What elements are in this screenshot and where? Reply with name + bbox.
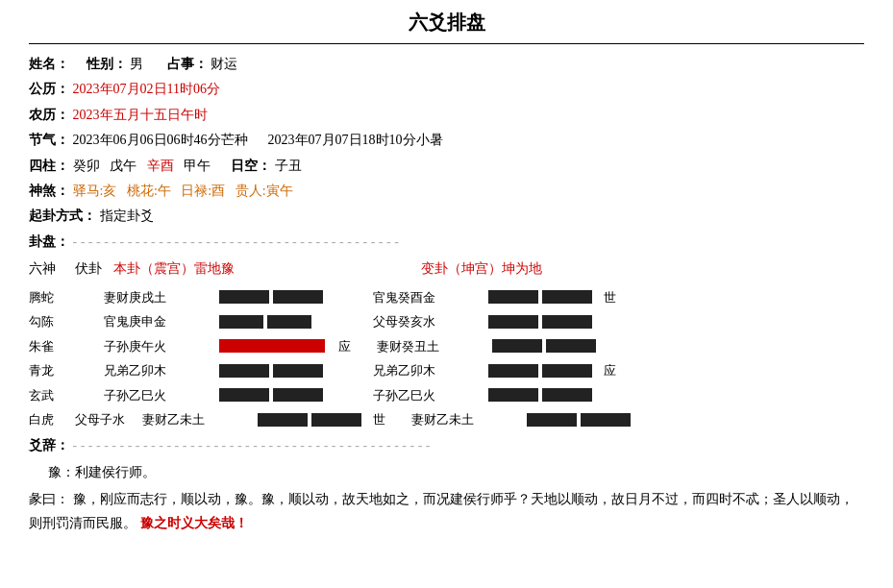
bar1b [273, 290, 323, 304]
bbar6a [527, 413, 577, 427]
bbar5b [542, 388, 592, 402]
info-shenhao: 神煞： 驿马:亥 桃花:午 日禄:酉 贵人:寅午 [29, 181, 864, 202]
bar6b [311, 413, 361, 427]
bbar3a [492, 339, 542, 353]
yao-row-3: 朱雀 子孙庚午火 应 妻财癸丑土 [29, 337, 864, 356]
gua-section: 六神 伏卦 本卦（震宫）雷地豫 变卦（坤宫）坤为地 腾蛇 妻财庚戌土 官鬼癸酉金… [29, 258, 864, 429]
info-xingming: 姓名： 性别： 男 占事： 财运 [29, 54, 864, 75]
info-gongli: 公历： 2023年07月02日11时06分 [29, 79, 864, 100]
bar3a [219, 339, 325, 353]
bbar1b [542, 290, 592, 304]
bar4a [219, 364, 269, 378]
info-qigua: 起卦方式： 指定卦爻 [29, 206, 864, 227]
bbar3b [546, 339, 596, 353]
bar2b [267, 315, 311, 329]
bar5a [219, 388, 269, 402]
yao-row-6: 白虎 父母子水 妻财乙未土 世 妻财乙未土 [29, 410, 864, 429]
bar4b [273, 364, 323, 378]
gua-header-row: 六神 伏卦 本卦（震宫）雷地豫 变卦（坤宫）坤为地 [29, 258, 864, 280]
bbar5a [488, 388, 538, 402]
info-sizhu: 四柱： 癸卯 戊午 辛酉 甲午 日空： 子丑 [29, 156, 864, 177]
jiaoci-label-line: 爻辞： - - - - - - - - - - - - - - - - - - … [29, 435, 864, 456]
yao-row-1: 腾蛇 妻财庚戌土 官鬼癸酉金 世 [29, 288, 864, 307]
bbar2b [542, 315, 592, 329]
info-nongli: 农历： 2023年五月十五日午时 [29, 105, 864, 126]
yao-row-5: 玄武 子孙乙巳火 子孙乙巳火 [29, 386, 864, 405]
yao-row-2: 勾陈 官鬼庚申金 父母癸亥水 [29, 312, 864, 331]
page-title: 六爻排盘 [29, 10, 864, 36]
title-divider [29, 43, 864, 44]
bbar4a [488, 364, 538, 378]
bbar2a [488, 315, 538, 329]
jiaoci-zhu: 豫：利建侯行师。 [29, 464, 864, 481]
info-guapan: 卦盘： - - - - - - - - - - - - - - - - - - … [29, 232, 864, 253]
bbar1a [488, 290, 538, 304]
jiaoci-meng: 彖曰： 豫，刚应而志行，顺以动，豫。豫，顺以动，故天地如之，而况建侯行师乎？天地… [29, 487, 864, 535]
bar6a [258, 413, 308, 427]
bbar4b [542, 364, 592, 378]
yao-row-4: 青龙 兄弟乙卯木 兄弟乙卯木 应 [29, 361, 864, 380]
bar5b [273, 388, 323, 402]
bbar6b [581, 413, 631, 427]
bar2a [219, 315, 263, 329]
jiaoci-section: 豫：利建侯行师。 彖曰： 豫，刚应而志行，顺以动，豫。豫，顺以动，故天地如之，而… [29, 464, 864, 535]
bar1a [219, 290, 269, 304]
info-jieqi: 节气： 2023年06月06日06时46分芒种 2023年07月07日18时10… [29, 130, 864, 151]
